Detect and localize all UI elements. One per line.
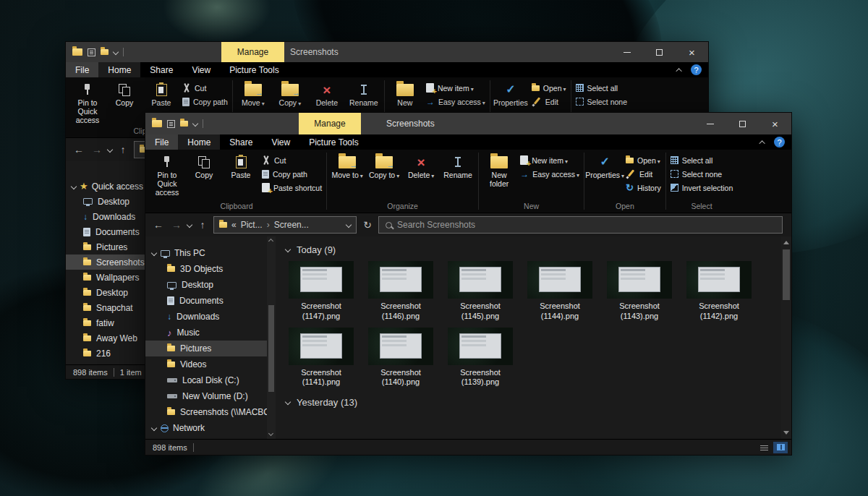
recent-locations-icon[interactable] <box>187 222 192 228</box>
search-input[interactable] <box>397 220 775 230</box>
title-bar[interactable]: Manage Screenshots × <box>145 113 791 134</box>
sidebar-item-pictures[interactable]: Pictures <box>145 341 267 356</box>
rename-button[interactable]: Rename <box>440 152 476 179</box>
sidebar-item-local-disk-c[interactable]: Local Disk (C:) <box>145 372 267 388</box>
up-icon[interactable] <box>116 144 130 155</box>
manage-contextual-tab[interactable]: Manage <box>221 42 284 62</box>
cut-button[interactable]: Cut <box>260 154 324 166</box>
tab-view[interactable]: View <box>182 62 220 77</box>
qat-properties-icon[interactable] <box>88 48 95 56</box>
new-folder-button[interactable]: New <box>387 80 423 107</box>
paste-button[interactable]: Paste <box>143 80 179 107</box>
invert-selection-button[interactable]: Invert selection <box>668 181 736 194</box>
select-none-button[interactable]: Select none <box>668 168 736 180</box>
copy-path-button[interactable]: Copy path <box>260 168 324 180</box>
scroll-up-icon[interactable] <box>783 241 789 244</box>
scroll-up-icon[interactable] <box>268 239 273 244</box>
scroll-down-icon[interactable] <box>783 431 789 435</box>
qat-new-folder-icon[interactable] <box>101 49 109 55</box>
properties-button[interactable]: Properties <box>587 152 623 179</box>
new-item-button[interactable]: New item <box>518 154 582 166</box>
copy-button[interactable]: Copy <box>186 152 222 179</box>
new-item-button[interactable]: New item <box>424 82 488 94</box>
help-icon[interactable] <box>774 137 785 147</box>
history-button[interactable]: History <box>624 181 663 194</box>
paste-shortcut-button[interactable]: Paste shortcut <box>260 181 324 194</box>
select-all-button[interactable]: Select all <box>574 82 629 94</box>
title-bar[interactable]: Manage Screenshots × <box>66 42 708 62</box>
copy-to-button[interactable]: Copy to <box>366 152 402 179</box>
forward-icon[interactable] <box>169 219 184 231</box>
file-tile[interactable]: Screenshot (1140).png <box>365 328 436 388</box>
paste-button[interactable]: Paste <box>223 152 259 179</box>
cut-button[interactable]: Cut <box>180 82 230 94</box>
delete-button[interactable]: Delete <box>403 152 439 179</box>
file-tile[interactable]: Screenshot (1141).png <box>286 328 357 388</box>
pin-to-quick-access-button[interactable]: Pin to Quick access <box>69 80 106 124</box>
breadcrumb-dropdown-icon[interactable] <box>346 222 352 228</box>
scrollbar-thumb[interactable] <box>783 249 790 300</box>
qat-new-folder-icon[interactable] <box>180 121 188 127</box>
back-icon[interactable] <box>72 144 86 155</box>
tab-home[interactable]: Home <box>178 134 220 150</box>
tab-share[interactable]: Share <box>220 134 262 150</box>
tab-view[interactable]: View <box>262 134 299 150</box>
maximize-button[interactable] <box>726 113 759 134</box>
file-tile[interactable]: Screenshot (1146).png <box>365 261 436 322</box>
tab-home[interactable]: Home <box>98 62 140 77</box>
minimize-button[interactable] <box>610 42 643 62</box>
select-none-button[interactable]: Select none <box>574 95 629 108</box>
sidebar-item-music[interactable]: Music <box>145 325 267 341</box>
breadcrumb[interactable]: « Pict... › Screen... <box>213 216 357 234</box>
select-all-button[interactable]: Select all <box>668 154 736 166</box>
scroll-down-icon[interactable] <box>268 431 273 436</box>
tab-file[interactable]: File <box>66 62 98 77</box>
sidebar-item-downloads[interactable]: Downloads <box>145 309 267 325</box>
move-to-button[interactable]: Move to <box>329 152 365 179</box>
tab-picture-tools[interactable]: Picture Tools <box>220 62 288 77</box>
copy-path-button[interactable]: Copy path <box>180 95 230 108</box>
qat-customize-icon[interactable] <box>113 49 119 55</box>
thumbnails-view-button[interactable] <box>773 442 788 453</box>
manage-contextual-tab[interactable]: Manage <box>299 113 361 134</box>
move-to-button[interactable]: Move <box>235 80 271 107</box>
tab-file[interactable]: File <box>145 134 178 150</box>
breadcrumb-overflow[interactable]: « <box>231 220 237 230</box>
file-tile[interactable]: Screenshot (1143).png <box>604 261 675 322</box>
sidebar-item-videos[interactable]: Videos <box>145 356 267 372</box>
scrollbar-thumb[interactable] <box>268 305 274 392</box>
sidebar-item-documents[interactable]: Documents <box>145 293 267 309</box>
new-folder-button[interactable]: New folder <box>481 152 517 188</box>
sidebar-item-new-volume-d[interactable]: New Volume (D:) <box>145 388 267 404</box>
tab-share[interactable]: Share <box>140 62 182 77</box>
content-scrollbar[interactable] <box>781 236 791 439</box>
collapse-group-icon[interactable] <box>285 399 291 405</box>
up-icon[interactable] <box>195 219 210 231</box>
properties-button[interactable]: Properties <box>493 80 529 107</box>
sidebar-item-network[interactable]: Network <box>145 420 267 436</box>
minimize-button[interactable] <box>694 113 726 134</box>
sidebar-item-3d-objects[interactable]: 3D Objects <box>145 261 267 277</box>
breadcrumb-segment-screenshots[interactable]: Screen... <box>274 220 309 230</box>
open-button[interactable]: Open <box>529 82 569 94</box>
easy-access-button[interactable]: Easy access <box>424 95 488 108</box>
file-tile[interactable]: Screenshot (1142).png <box>684 261 754 322</box>
group-header-yesterday[interactable]: Yesterday (13) <box>286 393 787 411</box>
minimize-ribbon-icon[interactable] <box>759 140 765 146</box>
sidebar-item-screenshots-network-share[interactable]: Screenshots (\\MACBOOK <box>145 404 267 420</box>
refresh-icon[interactable] <box>360 219 375 231</box>
close-button[interactable]: × <box>676 42 708 62</box>
breadcrumb-segment-pictures[interactable]: Pict... <box>241 220 263 230</box>
open-button[interactable]: Open <box>624 154 663 166</box>
close-button[interactable]: × <box>759 113 791 134</box>
collapse-group-icon[interactable] <box>285 247 291 252</box>
file-tile[interactable]: Screenshot (1147).png <box>286 261 357 322</box>
minimize-ribbon-icon[interactable] <box>676 68 681 74</box>
edit-button[interactable]: Edit <box>624 168 663 180</box>
sidebar-item-desktop[interactable]: Desktop <box>145 277 267 293</box>
copy-to-button[interactable]: Copy <box>272 80 308 107</box>
file-tile[interactable]: Screenshot (1145).png <box>445 261 516 322</box>
maximize-button[interactable] <box>643 42 676 62</box>
copy-button[interactable]: Copy <box>106 80 142 107</box>
tab-picture-tools[interactable]: Picture Tools <box>299 134 367 150</box>
